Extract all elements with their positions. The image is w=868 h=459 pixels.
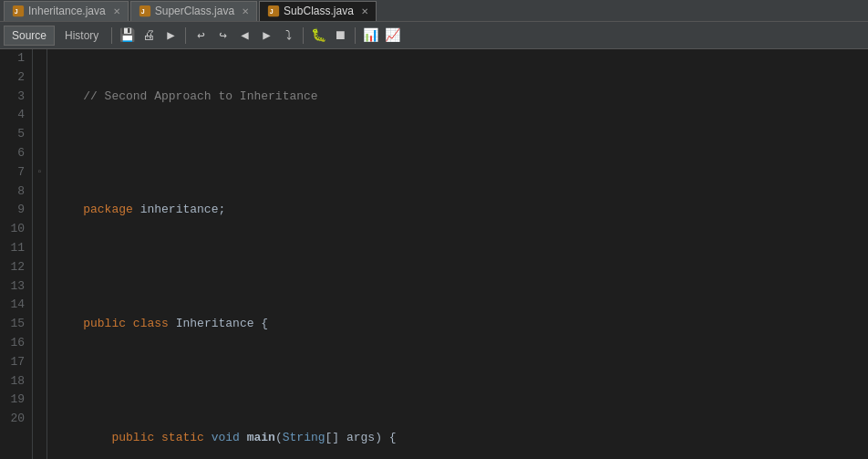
code-line-3: package inheritance; — [55, 201, 861, 220]
line-num-19: 19 — [4, 391, 25, 410]
line-num-5: 5 — [4, 125, 25, 144]
line-num-4: 4 — [4, 106, 25, 125]
fold-8 — [33, 183, 46, 202]
tab-label3: SubClass.java — [284, 5, 354, 17]
debug-btn[interactable]: 🐛 — [308, 26, 328, 46]
tab-close3[interactable]: ✕ — [361, 6, 368, 16]
toolbar-separator1 — [111, 27, 112, 44]
tab-label: Inheritance.java — [28, 5, 106, 17]
fwd-btn[interactable]: ▶ — [256, 26, 276, 46]
line-num-8: 8 — [4, 183, 25, 202]
fold-10 — [33, 220, 46, 239]
fold-18 — [33, 372, 46, 391]
code-line-2 — [55, 144, 861, 163]
svg-text:J: J — [140, 8, 144, 15]
tab-inheritance[interactable]: J Inheritance.java ✕ — [4, 1, 129, 21]
line-num-6: 6 — [4, 144, 25, 163]
code-line-1: // Second Approach to Inheritance — [55, 88, 861, 107]
fold-9 — [33, 201, 46, 220]
fold-11 — [33, 239, 46, 258]
fold-19 — [33, 391, 46, 410]
tab-close[interactable]: ✕ — [113, 6, 120, 16]
history-tab[interactable]: History — [57, 26, 107, 46]
line-num-11: 11 — [4, 239, 25, 258]
fold-14 — [33, 296, 46, 315]
code-editor[interactable]: // Second Approach to Inheritance packag… — [47, 49, 868, 459]
redo-btn[interactable]: ↪ — [212, 26, 232, 46]
line-num-10: 10 — [4, 220, 25, 239]
fold-7[interactable]: ▫ — [33, 163, 46, 183]
step-btn[interactable]: ⤵ — [278, 26, 298, 46]
toolbar-separator4 — [355, 27, 356, 44]
code-line-4 — [55, 258, 861, 277]
editor-area: 1 2 3 4 5 6 7 8 9 10 11 12 13 14 15 16 1… — [0, 49, 868, 459]
line-num-14: 14 — [4, 296, 25, 315]
metrics-btn[interactable]: 📈 — [382, 26, 402, 46]
fold-gutter: ▫ — [33, 49, 47, 459]
tab-bar: J Inheritance.java ✕ J SuperClass.java ✕… — [0, 0, 868, 22]
line-num-9: 9 — [4, 201, 25, 220]
line-num-15: 15 — [4, 315, 25, 334]
line-num-2: 2 — [4, 68, 25, 88]
java-icon2: J — [139, 5, 151, 17]
toolbar-separator3 — [303, 27, 304, 44]
tab-close2[interactable]: ✕ — [242, 6, 249, 16]
fold-4 — [33, 106, 46, 125]
svg-text:J: J — [270, 8, 274, 15]
code-line-6 — [55, 372, 861, 391]
line-num-16: 16 — [4, 334, 25, 353]
line-num-18: 18 — [4, 372, 25, 391]
fold-20 — [33, 410, 46, 429]
source-tab[interactable]: Source — [4, 26, 55, 46]
stop-btn[interactable]: ⏹ — [330, 26, 350, 46]
line-num-13: 13 — [4, 277, 25, 297]
tab-superclass[interactable]: J SuperClass.java ✕ — [130, 1, 257, 21]
fold-1 — [33, 49, 46, 68]
run-btn[interactable]: ▶ — [160, 26, 181, 46]
fold-12 — [33, 258, 46, 277]
line-num-17: 17 — [4, 353, 25, 372]
line-num-20: 20 — [4, 410, 25, 429]
fold-16 — [33, 334, 46, 353]
fold-17 — [33, 353, 46, 372]
toolbar: Source History 💾 🖨 ▶ ↩ ↪ ◀ ▶ ⤵ 🐛 ⏹ 📊 📈 — [0, 22, 868, 49]
fold-3 — [33, 88, 46, 107]
java-icon3: J — [267, 5, 280, 17]
line-num-1: 1 — [4, 49, 25, 68]
save-btn[interactable]: 💾 — [117, 26, 137, 46]
java-icon: J — [12, 5, 25, 17]
tab-label2: SuperClass.java — [155, 5, 234, 17]
line-num-3: 3 — [4, 88, 25, 107]
chart-btn[interactable]: 📊 — [360, 26, 380, 46]
fold-6 — [33, 144, 46, 163]
undo-btn[interactable]: ↩ — [191, 26, 211, 46]
code-line-5: public class Inheritance { — [55, 315, 861, 334]
fold-15 — [33, 315, 46, 334]
code-line-7: public static void main(String[] args) { — [55, 429, 861, 448]
line-numbers: 1 2 3 4 5 6 7 8 9 10 11 12 13 14 15 16 1… — [0, 49, 33, 459]
tab-subclass[interactable]: J SubClass.java ✕ — [259, 1, 377, 21]
fold-2 — [33, 68, 46, 88]
line-num-12: 12 — [4, 258, 25, 277]
print-btn[interactable]: 🖨 — [139, 26, 159, 46]
line-num-7: 7 — [4, 163, 25, 183]
fold-13 — [33, 277, 46, 297]
fold-5 — [33, 125, 46, 144]
toolbar-separator2 — [185, 27, 186, 44]
svg-text:J: J — [15, 8, 18, 15]
back-btn[interactable]: ◀ — [234, 26, 254, 46]
